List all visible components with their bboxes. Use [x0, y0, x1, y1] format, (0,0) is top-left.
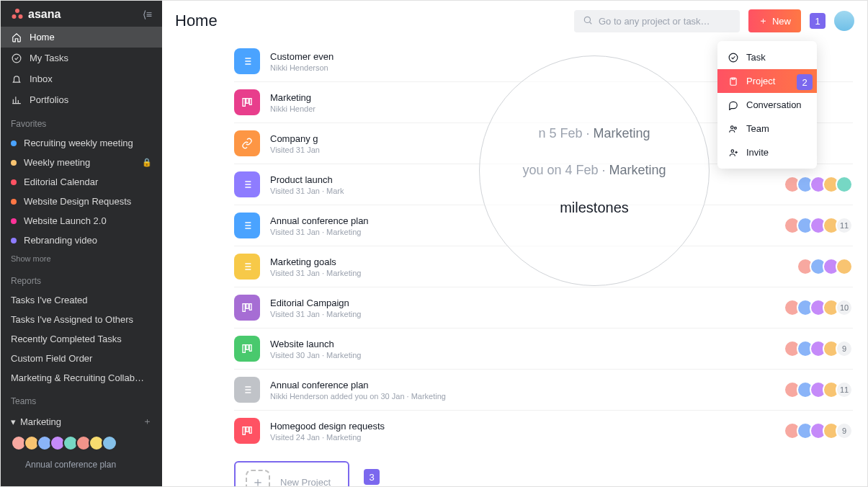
- favorite-item[interactable]: Weekly meeting🔒: [1, 153, 162, 172]
- svg-point-4: [584, 17, 590, 22]
- color-dot-icon: [11, 238, 17, 244]
- report-item[interactable]: Recently Completed Tasks: [1, 329, 162, 349]
- check-circle-icon: [728, 53, 739, 63]
- search-input[interactable]: Go to any project or task…: [574, 10, 740, 32]
- favorite-item[interactable]: Recruiting weekly meeting: [1, 133, 162, 153]
- project-members: 9: [784, 422, 853, 439]
- step-badge-2: 2: [797, 74, 813, 90]
- project-meta: Visited 31 Jan · Marketing: [270, 269, 787, 277]
- project-row[interactable]: Annual conference plan Visited 31 Jan · …: [234, 205, 853, 246]
- asana-logo-icon: [11, 8, 24, 21]
- plus-icon: ＋: [759, 14, 768, 27]
- favorite-label: Website Launch 2.0: [24, 215, 107, 226]
- dropdown-team[interactable]: Team: [717, 117, 817, 140]
- svg-point-9: [731, 149, 734, 152]
- favorite-label: Recruiting weekly meeting: [24, 138, 133, 148]
- search-icon: [583, 15, 593, 27]
- member-count-badge: 10: [836, 299, 853, 316]
- page-title: Home: [175, 12, 218, 30]
- sidebar: asana ⟨≡ Home My Tasks Inbox P: [1, 1, 162, 486]
- color-dot-icon: [11, 199, 17, 205]
- report-item[interactable]: Tasks I've Created: [1, 290, 162, 310]
- main: Home Go to any project or task… ＋ New 1 …: [162, 1, 867, 486]
- project-row[interactable]: Website launch Visited 30 Jan · Marketin…: [234, 329, 853, 370]
- project-row[interactable]: Annual conference plan Nikki Henderson a…: [234, 370, 853, 411]
- new-button[interactable]: ＋ New: [748, 9, 801, 32]
- member-count-badge: 11: [836, 381, 853, 398]
- project-meta: Visited 31 Jan · Mark: [270, 187, 774, 195]
- member-count-badge: 9: [836, 340, 853, 357]
- project-icon: [234, 130, 260, 156]
- user-avatar[interactable]: [834, 11, 854, 31]
- team-name: Marketing: [20, 416, 61, 427]
- dropdown-invite[interactable]: Invite: [717, 140, 817, 164]
- home-icon: [11, 32, 22, 43]
- dropdown-task[interactable]: Task: [717, 45, 817, 69]
- project-row[interactable]: Homegood design requests Visited 24 Jan …: [234, 411, 853, 451]
- color-dot-icon: [11, 160, 17, 166]
- step-badge-3: 3: [364, 469, 380, 485]
- svg-rect-20: [246, 427, 249, 432]
- project-row[interactable]: Product launch Visited 31 Jan · Mark: [234, 164, 853, 205]
- project-members: [797, 258, 853, 275]
- project-members: [784, 176, 853, 193]
- project-title: Annual conference plan: [270, 380, 774, 390]
- svg-rect-12: [249, 99, 251, 105]
- report-item[interactable]: Custom Field Order: [1, 349, 162, 368]
- new-project-card[interactable]: ＋ New Project: [234, 461, 349, 486]
- add-team-icon[interactable]: ＋: [143, 415, 152, 428]
- topbar: Home Go to any project or task… ＋ New 1: [162, 1, 867, 41]
- dropdown-task-label: Task: [746, 52, 766, 63]
- color-dot-icon: [11, 179, 17, 185]
- dropdown-conversation[interactable]: Conversation: [717, 93, 817, 117]
- new-project-label: New Project: [280, 477, 331, 487]
- project-icon: [234, 295, 260, 321]
- clipboard-icon: [728, 76, 739, 86]
- favorite-label: Website Design Requests: [24, 196, 131, 207]
- team-project-item[interactable]: Annual conference plan: [1, 457, 162, 473]
- dropdown-project[interactable]: Project 2: [717, 69, 817, 93]
- nav-home-label: Home: [30, 32, 55, 43]
- color-dot-icon: [11, 140, 17, 146]
- svg-rect-18: [249, 345, 251, 352]
- svg-point-8: [734, 127, 736, 129]
- favorite-label: Editorial Calendar: [24, 177, 98, 187]
- chart-icon: [11, 95, 22, 105]
- svg-point-2: [19, 14, 23, 19]
- project-title: Homegood design requests: [270, 421, 774, 432]
- favorite-item[interactable]: Editorial Calendar: [1, 172, 162, 192]
- dropdown-conversation-label: Conversation: [746, 99, 802, 110]
- color-dot-icon: [11, 218, 17, 224]
- project-title: Product launch: [270, 174, 774, 185]
- dropdown-invite-label: Invite: [746, 147, 769, 158]
- favorite-item[interactable]: Website Design Requests: [1, 192, 162, 211]
- nav-home[interactable]: Home: [1, 27, 162, 48]
- project-row[interactable]: Marketing goals Visited 31 Jan · Marketi…: [234, 246, 853, 287]
- report-item[interactable]: Tasks I've Assigned to Others: [1, 310, 162, 329]
- collapse-sidebar-icon[interactable]: ⟨≡: [143, 9, 152, 20]
- project-icon: [234, 89, 260, 115]
- nav-mytasks[interactable]: My Tasks: [1, 48, 162, 68]
- team-avatars: [1, 432, 162, 457]
- dropdown-project-label: Project: [746, 76, 775, 86]
- reports-label: Reports: [1, 267, 162, 290]
- report-item[interactable]: Marketing & Recruiting Collab…: [1, 368, 162, 388]
- svg-point-5: [729, 53, 738, 62]
- team-row[interactable]: ▾ Marketing ＋: [1, 411, 162, 432]
- member-count-badge: 9: [836, 422, 853, 439]
- project-row[interactable]: Editorial Campaign Visited 31 Jan · Mark…: [234, 287, 853, 329]
- person-plus-icon: [728, 148, 739, 158]
- favorite-item[interactable]: Website Launch 2.0: [1, 211, 162, 231]
- teams-label: Teams: [1, 388, 162, 411]
- project-icon: [234, 213, 260, 238]
- nav-portfolios[interactable]: Portfolios: [1, 89, 162, 110]
- show-more-favorites[interactable]: Show more: [1, 250, 162, 267]
- project-title: Editorial Campaign: [270, 298, 774, 308]
- project-meta: Visited 31 Jan · Marketing: [270, 310, 774, 318]
- favorite-item[interactable]: Rebranding video: [1, 231, 162, 250]
- member-count-badge: 11: [836, 217, 853, 234]
- svg-rect-13: [243, 304, 245, 312]
- project-icon: [234, 171, 260, 197]
- nav-inbox[interactable]: Inbox: [1, 68, 162, 89]
- project-members: 9: [784, 340, 853, 357]
